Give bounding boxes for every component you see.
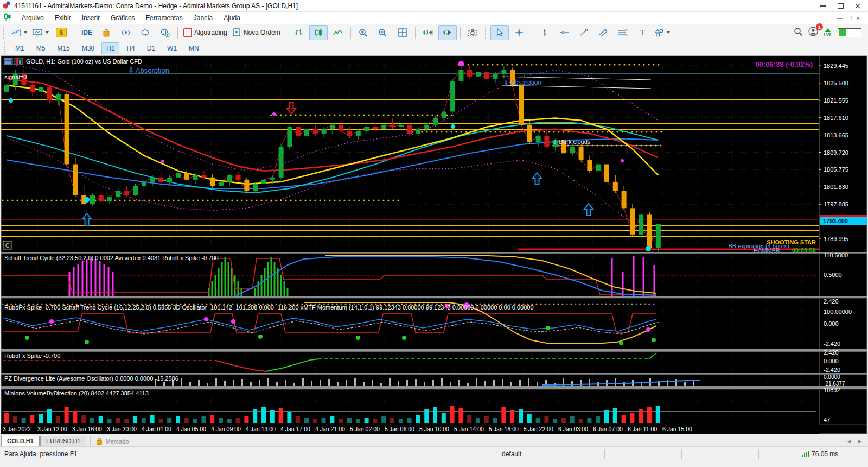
svg-text:signal=0: signal=0 bbox=[4, 74, 27, 80]
lvl-indicator[interactable]: LVL bbox=[824, 28, 832, 37]
menu-ajuda[interactable]: Ajuda bbox=[218, 13, 246, 23]
timeframe-m30[interactable]: M30 bbox=[77, 42, 99, 54]
notifications-button[interactable]: 1 bbox=[808, 27, 818, 39]
ide-button[interactable]: IDE bbox=[78, 25, 96, 40]
timeframe-mn[interactable]: MN bbox=[184, 42, 204, 54]
svg-text:5 Jan 18:00: 5 Jan 18:00 bbox=[489, 426, 519, 432]
svg-text:1801.830: 1801.830 bbox=[824, 184, 848, 190]
broadcast-icon bbox=[120, 29, 131, 36]
title-bar: 41511161 - AdmiralMarkets-Demo: Conta De… bbox=[0, 0, 868, 12]
channel-tool-button[interactable] bbox=[594, 25, 612, 40]
svg-text:2.420: 2.420 bbox=[824, 349, 839, 356]
market-button[interactable] bbox=[97, 25, 116, 40]
child-restore-icon[interactable]: ❐ bbox=[847, 15, 852, 21]
svg-text:4 Jan 09:00: 4 Jan 09:00 bbox=[211, 426, 241, 432]
bar-chart-mode-button[interactable] bbox=[290, 25, 308, 40]
horizontal-line-icon bbox=[559, 29, 569, 36]
chart-window-button[interactable] bbox=[30, 25, 51, 40]
child-close-icon[interactable]: ✕ bbox=[856, 15, 860, 21]
market-watch-link[interactable]: Mercado bbox=[90, 436, 134, 446]
svg-text:1825.500: 1825.500 bbox=[824, 80, 848, 86]
maximize-button[interactable] bbox=[832, 1, 848, 11]
search-icon[interactable] bbox=[794, 27, 803, 39]
tab-scroll-right-icon[interactable]: ► bbox=[857, 438, 863, 444]
vertical-line-icon bbox=[541, 28, 548, 37]
timeframe-d1[interactable]: D1 bbox=[142, 42, 160, 54]
vertical-line-tool-button[interactable] bbox=[535, 25, 554, 40]
svg-text:1789.995: 1789.995 bbox=[824, 236, 848, 242]
timeframe-h4[interactable]: H4 bbox=[122, 42, 139, 54]
crosshair-tool-button[interactable] bbox=[510, 25, 528, 40]
menu-exibir[interactable]: Exibir bbox=[49, 13, 76, 23]
auto-scroll-button[interactable] bbox=[419, 25, 437, 40]
tab-gold-h1[interactable]: GOLD,H1 bbox=[1, 436, 40, 446]
status-profile[interactable]: default bbox=[497, 449, 566, 459]
deposit-button[interactable]: $ bbox=[52, 25, 71, 40]
svg-text:6 Jan 03:00: 6 Jan 03:00 bbox=[558, 426, 588, 432]
chart-type-button[interactable] bbox=[9, 25, 29, 40]
timeframe-w1[interactable]: W1 bbox=[162, 42, 182, 54]
menu-ferramentas[interactable]: Ferramentas bbox=[141, 13, 188, 23]
toolbar-drag-handle[interactable] bbox=[3, 27, 6, 39]
signals-button[interactable] bbox=[117, 25, 135, 40]
horizontal-line-tool-button[interactable] bbox=[555, 25, 573, 40]
chart-canvas[interactable]: CGOLD, H1: Gold (100 oz) vs US Dollar CF… bbox=[0, 0, 868, 434]
auto-scroll-icon bbox=[423, 29, 433, 37]
menu-janela[interactable]: Janela bbox=[188, 13, 218, 23]
timeframe-m1[interactable]: M1 bbox=[10, 42, 29, 54]
tab-scroll-left-icon[interactable]: ◄ bbox=[846, 438, 852, 444]
svg-text:4 Jan 17:00: 4 Jan 17:00 bbox=[280, 426, 310, 432]
shapes-icon bbox=[655, 28, 663, 37]
connection-battery-indicator bbox=[838, 28, 861, 37]
menu-inserir[interactable]: Inserir bbox=[76, 13, 105, 23]
minimize-button[interactable] bbox=[815, 1, 831, 11]
svg-text:Schaff Trend Cycle (32,23,50,2: Schaff Trend Cycle (32,23,50,2.0) 0.0002… bbox=[4, 255, 219, 261]
svg-text:1821.555: 1821.555 bbox=[824, 97, 848, 104]
zoom-in-button[interactable] bbox=[354, 25, 373, 40]
lvl-up-arrow-icon bbox=[825, 28, 831, 32]
svg-text:47: 47 bbox=[824, 416, 830, 423]
svg-text:110.5000: 110.5000 bbox=[824, 252, 848, 258]
signal-bars-icon bbox=[802, 451, 809, 457]
menu-gráficos[interactable]: Gráficos bbox=[105, 13, 141, 23]
svg-text:1797.885: 1797.885 bbox=[824, 201, 848, 207]
svg-text:3 Jan 12:00: 3 Jan 12:00 bbox=[37, 426, 67, 432]
timeframe-m5[interactable]: M5 bbox=[31, 42, 50, 54]
line-chart-mode-button[interactable] bbox=[329, 25, 347, 40]
svg-text:6 Jan 15:00: 6 Jan 15:00 bbox=[662, 426, 692, 432]
svg-text:4 Jan 13:00: 4 Jan 13:00 bbox=[246, 426, 276, 432]
dollar-icon: $ bbox=[56, 28, 67, 37]
shapes-tool-button[interactable] bbox=[653, 25, 672, 40]
timeframe-m15[interactable]: M15 bbox=[52, 42, 74, 54]
chevron-down-icon bbox=[46, 31, 49, 34]
fibonacci-tool-button[interactable] bbox=[614, 25, 632, 40]
zoom-in-icon bbox=[359, 28, 368, 37]
svg-text:1829.445: 1829.445 bbox=[824, 62, 848, 69]
tfbar-drag-handle[interactable] bbox=[4, 42, 7, 54]
close-button[interactable] bbox=[850, 1, 866, 11]
community-button[interactable] bbox=[156, 25, 174, 40]
cloud-button[interactable] bbox=[136, 25, 155, 40]
cursor-tool-button[interactable] bbox=[490, 25, 509, 40]
algotrading-status-icon bbox=[183, 28, 192, 37]
zoom-out-button[interactable] bbox=[374, 25, 392, 40]
svg-text:RubdFx Spike -0.700 Schaff Tre: RubdFx Spike -0.700 Schaff Trend Cycle (… bbox=[4, 304, 534, 311]
new-order-button[interactable]: Nova Ordem bbox=[231, 25, 283, 40]
screenshot-button[interactable] bbox=[464, 25, 482, 40]
candlestick-mode-button[interactable] bbox=[309, 25, 328, 40]
svg-text:4 Jan 05:00: 4 Jan 05:00 bbox=[176, 426, 206, 432]
timeframe-bar: M1M5M15M30H1H4D1W1MN bbox=[0, 41, 868, 55]
tab-eurusd-h1[interactable]: EURUSD,H1 bbox=[40, 436, 87, 446]
text-tool-button[interactable]: T bbox=[633, 25, 652, 40]
status-connection[interactable]: 76.05 ms bbox=[797, 449, 868, 459]
chart-shift-button[interactable] bbox=[438, 25, 457, 40]
svg-text:5 Jan 14:00: 5 Jan 14:00 bbox=[454, 426, 484, 432]
timeframe-h1[interactable]: H1 bbox=[101, 42, 119, 54]
algotrading-button[interactable]: Algotrading bbox=[181, 25, 229, 40]
tile-windows-button[interactable] bbox=[393, 25, 412, 40]
menu-arquivo[interactable]: Arquivo bbox=[16, 13, 49, 23]
trendline-tool-button[interactable] bbox=[575, 25, 593, 40]
zoom-out-icon bbox=[378, 28, 387, 37]
child-minimize-icon[interactable]: — bbox=[837, 15, 843, 21]
camera-icon bbox=[468, 28, 478, 37]
